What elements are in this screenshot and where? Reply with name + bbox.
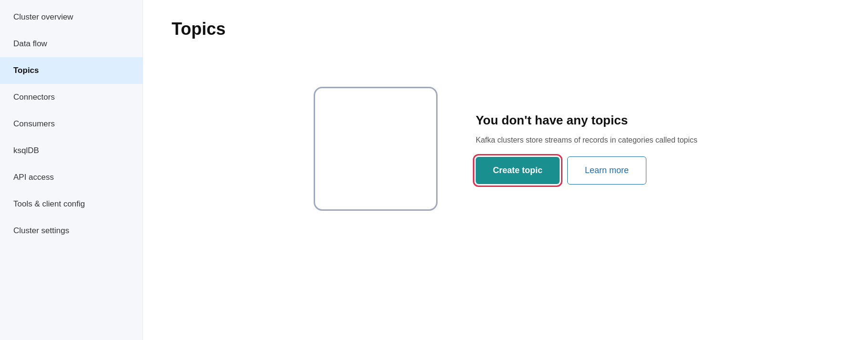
empty-state: You don't have any topics Kafka clusters… (172, 87, 839, 211)
empty-state-description: Kafka clusters store streams of records … (476, 134, 697, 146)
create-topic-button[interactable]: Create topic (476, 157, 560, 184)
empty-state-content: You don't have any topics Kafka clusters… (476, 113, 697, 185)
sidebar: Cluster overview Data flow Topics Connec… (0, 0, 143, 340)
empty-state-actions: Create topic Learn more (476, 156, 697, 185)
sidebar-item-topics[interactable]: Topics (0, 57, 143, 84)
sidebar-item-api-access[interactable]: API access (0, 164, 143, 191)
sidebar-item-connectors[interactable]: Connectors (0, 84, 143, 111)
sidebar-item-consumers[interactable]: Consumers (0, 111, 143, 137)
sidebar-item-ksqldb[interactable]: ksqlDB (0, 137, 143, 164)
page-title: Topics (172, 19, 839, 39)
sidebar-item-tools-client-config[interactable]: Tools & client config (0, 191, 143, 217)
sidebar-item-cluster-overview[interactable]: Cluster overview (0, 4, 143, 31)
sidebar-item-cluster-settings[interactable]: Cluster settings (0, 217, 143, 244)
empty-state-title: You don't have any topics (476, 113, 697, 128)
sidebar-item-data-flow[interactable]: Data flow (0, 31, 143, 57)
empty-state-illustration (314, 87, 438, 211)
main-content: Topics You don't have any topics Kafka c… (143, 0, 868, 340)
learn-more-button[interactable]: Learn more (567, 156, 646, 185)
